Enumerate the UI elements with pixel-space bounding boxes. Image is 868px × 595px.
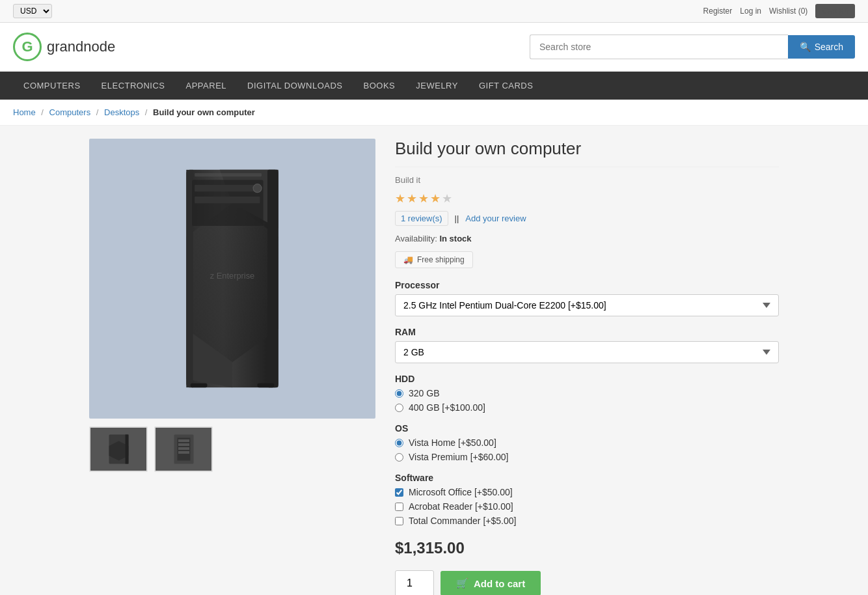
hdd-400gb-label: 400 GB [+$100.00]	[409, 402, 485, 413]
nav-books[interactable]: BOOKS	[353, 72, 406, 100]
software-ms-office-checkbox[interactable]	[395, 488, 403, 497]
processor-option: Processor 2.5 GHz Intel Pentium Dual-Cor…	[395, 280, 779, 316]
software-total-commander-checkbox[interactable]	[395, 517, 403, 525]
top-bar-actions: Register Log in Wishlist (0) Cart (0)	[703, 4, 855, 18]
cart-link[interactable]: Cart (0)	[815, 4, 855, 18]
search-icon: 🔍	[800, 42, 811, 52]
thumbnail-2[interactable]	[154, 426, 213, 472]
software-acrobat[interactable]: Acrobat Reader [+$10.00]	[395, 501, 779, 512]
main-product-image: z Enterprise	[89, 139, 375, 419]
svg-marker-1	[186, 203, 278, 362]
reviews-row: 1 review(s) || Add your review	[395, 211, 779, 226]
os-radio-group: Vista Home [+$50.00] Vista Premium [+$60…	[395, 437, 779, 462]
ram-option: RAM 2 GB 4 GB [+$20.00] 8 GB [+$60.00]	[395, 327, 779, 363]
star-3: ★	[418, 191, 429, 206]
top-bar: USD Register Log in Wishlist (0) Cart (0…	[0, 0, 868, 23]
os-label: OS	[395, 423, 779, 434]
os-vista-premium[interactable]: Vista Premium [+$60.00]	[395, 452, 779, 462]
software-option: Software Microsoft Office [+$50.00] Acro…	[395, 473, 779, 526]
svg-point-10	[253, 184, 262, 193]
os-vista-premium-label: Vista Premium [+$60.00]	[409, 452, 508, 462]
software-ms-office-label: Microsoft Office [+$50.00]	[409, 487, 513, 497]
svg-rect-9	[195, 197, 260, 203]
hdd-400gb[interactable]: 400 GB [+$100.00]	[395, 402, 779, 413]
thumbnails	[89, 426, 375, 472]
os-vista-home[interactable]: Vista Home [+$50.00]	[395, 437, 779, 448]
breadcrumb-computers[interactable]: Computers	[49, 107, 91, 117]
software-total-commander[interactable]: Total Commander [+$5.00]	[395, 516, 779, 526]
nav-jewelry[interactable]: JEWELRY	[405, 72, 468, 100]
ram-label: RAM	[395, 327, 779, 337]
os-option: OS Vista Home [+$50.00] Vista Premium [+…	[395, 423, 779, 462]
hdd-320gb-radio[interactable]	[395, 389, 403, 398]
svg-rect-19	[178, 439, 189, 442]
processor-select[interactable]: 2.5 GHz Intel Pentium Dual-Core E2200 [+…	[395, 294, 779, 316]
nav-digital-downloads[interactable]: DIGITAL DOWNLOADS	[237, 72, 353, 100]
search-button-label: Search	[815, 42, 843, 52]
svg-rect-4	[267, 170, 278, 387]
hdd-radio-group: 320 GB 400 GB [+$100.00]	[395, 388, 779, 413]
breadcrumb-home[interactable]: Home	[13, 107, 36, 117]
breadcrumb-desktops[interactable]: Desktops	[104, 107, 139, 117]
add-to-cart-label: Add to cart	[474, 578, 525, 589]
hdd-option: HDD 320 GB 400 GB [+$100.00]	[395, 374, 779, 413]
hdd-320gb-label: 320 GB	[409, 388, 439, 398]
star-5: ★	[442, 191, 452, 206]
product-images: z Enterprise	[89, 139, 375, 595]
availability-value: In stock	[439, 234, 471, 243]
availability: Availability: In stock	[395, 234, 779, 243]
nav-computers[interactable]: COMPUTERS	[13, 72, 91, 100]
software-total-commander-label: Total Commander [+$5.00]	[409, 516, 516, 526]
software-label: Software	[395, 473, 779, 483]
os-vista-home-radio[interactable]	[395, 439, 403, 447]
svg-rect-13	[258, 383, 275, 387]
nav-gift-cards[interactable]: GIFT CARDS	[468, 72, 544, 100]
navigation: COMPUTERS ELECTRONICS APPAREL DIGITAL DO…	[0, 72, 868, 100]
search-bar: 🔍 Search	[530, 35, 855, 59]
os-vista-premium-radio[interactable]	[395, 453, 403, 462]
breadcrumb: Home / Computers / Desktops / Build your…	[0, 100, 868, 126]
svg-rect-8	[195, 185, 260, 191]
currency-selector[interactable]: USD	[13, 4, 52, 18]
add-to-cart-button[interactable]: 🛒 Add to cart	[441, 571, 541, 595]
register-link[interactable]: Register	[703, 7, 733, 16]
star-4: ★	[430, 191, 441, 206]
logo[interactable]: G grandnode	[13, 33, 115, 61]
product-details: Build your own computer Build it ★ ★ ★ ★…	[395, 139, 779, 595]
shipping-label: Free shipping	[417, 255, 465, 264]
star-1: ★	[395, 191, 405, 206]
search-input[interactable]	[530, 35, 788, 59]
os-vista-home-label: Vista Home [+$50.00]	[409, 437, 496, 448]
svg-rect-21	[178, 447, 189, 450]
wishlist-link[interactable]: Wishlist (0)	[769, 7, 807, 16]
software-acrobat-checkbox[interactable]	[395, 503, 403, 511]
product-price: $1,315.00	[395, 539, 779, 557]
software-checkbox-group: Microsoft Office [+$50.00] Acrobat Reade…	[395, 487, 779, 526]
reviews-count-link[interactable]: 1 review(s)	[395, 211, 448, 226]
nav-electronics[interactable]: ELECTRONICS	[91, 72, 176, 100]
star-rating: ★ ★ ★ ★ ★	[395, 191, 779, 206]
nav-apparel[interactable]: APPAREL	[176, 72, 237, 100]
software-acrobat-label: Acrobat Reader [+$10.00]	[409, 501, 513, 512]
ram-select[interactable]: 2 GB 4 GB [+$20.00] 8 GB [+$60.00]	[395, 341, 779, 363]
search-button[interactable]: 🔍 Search	[788, 35, 855, 59]
truck-icon: 🚚	[403, 255, 413, 264]
processor-label: Processor	[395, 280, 779, 290]
quantity-input[interactable]	[395, 570, 434, 595]
logo-icon: G	[13, 33, 42, 61]
cart-icon: 🛒	[456, 577, 468, 589]
logo-text: grandnode	[47, 38, 115, 55]
svg-rect-5	[186, 170, 193, 387]
thumbnail-1[interactable]	[89, 426, 148, 472]
add-to-cart-row: 🛒 Add to cart	[395, 570, 779, 595]
hdd-400gb-radio[interactable]	[395, 404, 403, 412]
software-ms-office[interactable]: Microsoft Office [+$50.00]	[395, 487, 779, 497]
header: G grandnode 🔍 Search	[0, 23, 868, 72]
svg-rect-12	[191, 383, 208, 387]
hdd-320gb[interactable]: 320 GB	[395, 388, 779, 398]
currency-select[interactable]: USD	[13, 4, 52, 18]
breadcrumb-sep-3: /	[145, 107, 148, 117]
breadcrumb-sep-2: /	[96, 107, 99, 117]
login-link[interactable]: Log in	[740, 7, 761, 16]
add-review-link[interactable]: Add your review	[465, 214, 526, 223]
